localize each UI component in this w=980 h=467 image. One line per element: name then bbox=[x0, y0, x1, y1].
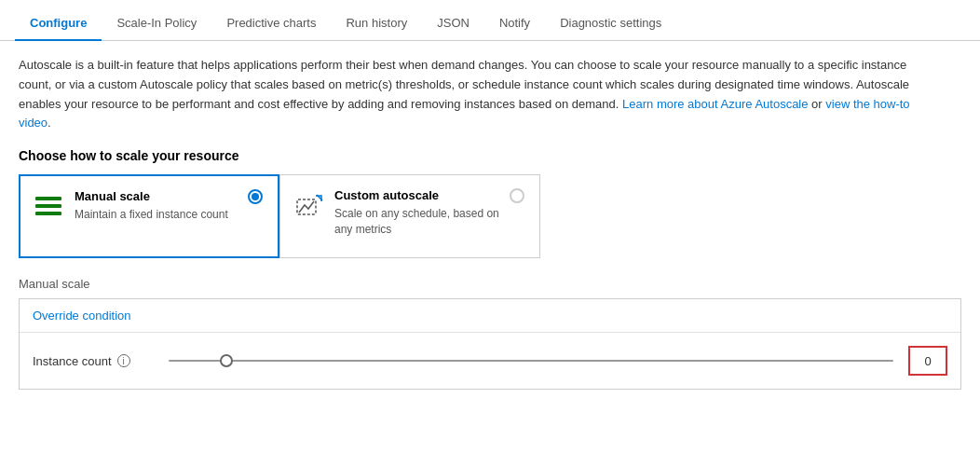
instance-count-slider-track bbox=[169, 360, 893, 362]
custom-autoscale-card[interactable]: Custom autoscale Scale on any schedule, … bbox=[279, 174, 540, 258]
custom-autoscale-radio[interactable] bbox=[510, 188, 524, 203]
main-content: Autoscale is a built-in feature that hel… bbox=[0, 41, 980, 405]
description-text: Autoscale is a built-in feature that hel… bbox=[19, 56, 932, 133]
instance-count-text: Instance count bbox=[33, 354, 112, 368]
description-or: or bbox=[811, 97, 825, 111]
instance-count-value-box[interactable]: 0 bbox=[908, 346, 947, 376]
manual-scale-body: Manual scale Maintain a fixed instance c… bbox=[75, 189, 238, 223]
instance-count-slider-container bbox=[169, 360, 893, 362]
manual-scale-icon bbox=[35, 193, 65, 223]
scale-options: Manual scale Maintain a fixed instance c… bbox=[19, 174, 961, 258]
learn-more-link[interactable]: Learn more about Azure Autoscale bbox=[622, 97, 808, 111]
instance-count-info-icon[interactable]: i bbox=[117, 354, 130, 367]
tab-diagnostic-settings[interactable]: Diagnostic settings bbox=[545, 7, 676, 41]
tab-scale-in-policy[interactable]: Scale-In Policy bbox=[102, 7, 211, 41]
tab-run-history[interactable]: Run history bbox=[331, 7, 422, 41]
custom-autoscale-icon bbox=[295, 192, 325, 222]
custom-autoscale-body: Custom autoscale Scale on any schedule, … bbox=[334, 188, 500, 238]
manual-scale-card[interactable]: Manual scale Maintain a fixed instance c… bbox=[19, 174, 279, 258]
instance-count-row: Instance count i 0 bbox=[20, 333, 960, 389]
instance-count-slider-thumb[interactable] bbox=[220, 354, 233, 367]
tabs-bar: Configure Scale-In Policy Predictive cha… bbox=[0, 0, 980, 41]
custom-autoscale-title: Custom autoscale bbox=[334, 188, 500, 202]
manual-scale-section-label: Manual scale bbox=[19, 277, 961, 291]
override-condition-box: Override condition Instance count i 0 bbox=[19, 298, 961, 390]
override-condition-header: Override condition bbox=[20, 299, 960, 333]
choose-scale-title: Choose how to scale your resource bbox=[19, 148, 961, 163]
manual-scale-radio-inner bbox=[252, 193, 259, 200]
manual-scale-subtitle: Maintain a fixed instance count bbox=[75, 207, 238, 223]
manual-scale-radio[interactable] bbox=[248, 189, 263, 204]
tab-predictive-charts[interactable]: Predictive charts bbox=[211, 7, 331, 41]
manual-scale-title: Manual scale bbox=[75, 189, 238, 203]
instance-count-label: Instance count i bbox=[33, 354, 154, 368]
tab-configure[interactable]: Configure bbox=[15, 7, 102, 41]
tab-json[interactable]: JSON bbox=[422, 7, 484, 41]
custom-autoscale-subtitle: Scale on any schedule, based on any metr… bbox=[334, 206, 500, 238]
tab-notify[interactable]: Notify bbox=[484, 7, 545, 41]
